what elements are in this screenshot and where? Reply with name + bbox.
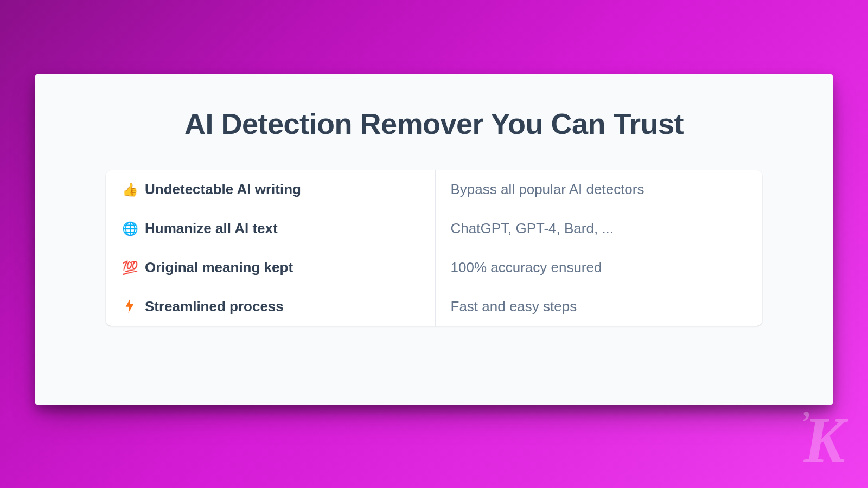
table-row: 💯 Original meaning kept 100% accuracy en…: [106, 248, 762, 287]
table-row: Streamlined process Fast and easy steps: [106, 287, 762, 326]
feature-desc: ChatGPT, GPT-4, Bard, ...: [451, 220, 614, 237]
content-card: AI Detection Remover You Can Trust 👍 Und…: [35, 74, 833, 405]
features-table: 👍 Undetectable AI writing Bypass all pop…: [106, 170, 762, 326]
feature-cell-left: 🌐 Humanize all AI text: [106, 209, 436, 248]
feature-label: Undetectable AI writing: [145, 181, 301, 198]
table-row: 🌐 Humanize all AI text ChatGPT, GPT-4, B…: [106, 209, 762, 248]
hundred-icon: 💯: [122, 261, 137, 274]
feature-desc: Fast and easy steps: [451, 298, 577, 315]
bolt-icon: [122, 299, 137, 315]
table-row: 👍 Undetectable AI writing Bypass all pop…: [106, 170, 762, 209]
feature-label: Streamlined process: [145, 298, 284, 315]
feature-cell-left: 👍 Undetectable AI writing: [106, 170, 436, 209]
feature-cell-right: Fast and easy steps: [436, 287, 763, 326]
feature-cell-left: Streamlined process: [106, 287, 436, 326]
globe-icon: 🌐: [122, 222, 137, 235]
feature-cell-right: Bypass all popular AI detectors: [436, 170, 763, 209]
feature-cell-right: ChatGPT, GPT-4, Bard, ...: [436, 209, 763, 248]
feature-cell-left: 💯 Original meaning kept: [106, 248, 436, 287]
watermark-logo: K: [800, 414, 845, 466]
feature-cell-right: 100% accuracy ensured: [436, 248, 763, 287]
feature-desc: Bypass all popular AI detectors: [451, 181, 644, 198]
thumbs-up-icon: 👍: [122, 183, 137, 196]
feature-label: Original meaning kept: [145, 259, 293, 276]
page-title: AI Detection Remover You Can Trust: [106, 107, 762, 140]
feature-label: Humanize all AI text: [145, 220, 278, 237]
feature-desc: 100% accuracy ensured: [451, 259, 602, 276]
